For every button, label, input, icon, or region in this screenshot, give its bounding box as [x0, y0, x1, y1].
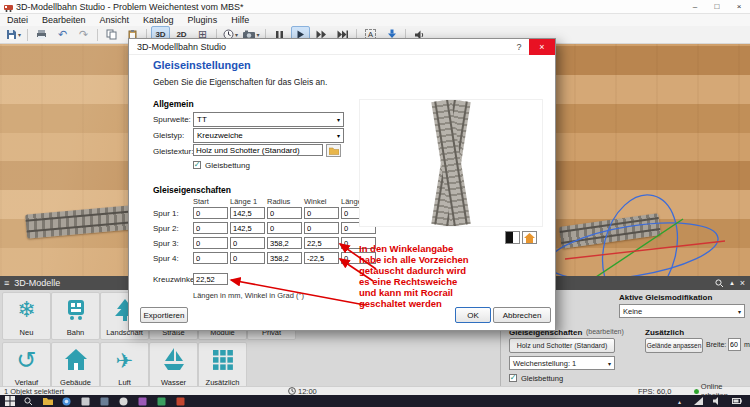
export-button[interactable]: Exportieren: [140, 307, 188, 323]
active-modification-select[interactable]: Keine ▾: [619, 304, 745, 318]
texture-swatch-button[interactable]: [505, 231, 520, 244]
spur4-radius[interactable]: [267, 252, 302, 264]
zusaetzlich-title: Zusätzlich: [645, 328, 684, 337]
weichenstellung-select[interactable]: Weichenstellung: 1 ▾: [509, 356, 615, 370]
breite-label: Breite:: [706, 341, 726, 348]
tray-expand-icon[interactable]: ▴: [672, 396, 687, 407]
menu-datei[interactable]: Datei: [0, 14, 35, 26]
spur4-winkel[interactable]: [304, 252, 339, 264]
taskbar-app-icon[interactable]: [78, 396, 93, 407]
kreuzwinkel-input[interactable]: [193, 273, 228, 285]
breite-input[interactable]: [728, 338, 741, 351]
tile-zusaetzlich[interactable]: Zusätzlich: [198, 342, 247, 390]
gleisbettung-label: Gleisbettung: [521, 374, 563, 383]
track-settings-dialog: 3D-Modellbahn Studio ? × Gleiseinstellun…: [128, 38, 556, 331]
gleistextur-label: Gleistextur:: [153, 147, 193, 156]
dialog-help-button[interactable]: ?: [509, 39, 529, 55]
undo-icon[interactable]: ↶: [53, 26, 72, 43]
snowflake-icon: ❄: [3, 294, 50, 326]
taskbar-app-icon[interactable]: [173, 396, 188, 407]
spur1-radius[interactable]: [267, 207, 302, 219]
tile-bahn[interactable]: Bahn: [51, 292, 100, 340]
bearbeiten-link[interactable]: (bearbeiten): [586, 328, 624, 335]
sim-clock-icon: [288, 387, 296, 395]
rotation-gizmo[interactable]: [545, 179, 750, 276]
battery-icon[interactable]: [729, 396, 744, 407]
menu-icon[interactable]: ≡: [4, 278, 9, 288]
spur3-winkel[interactable]: [304, 237, 339, 249]
menu-plugins[interactable]: Plugins: [181, 14, 225, 26]
boat-icon: [150, 344, 197, 376]
tile-verlauf[interactable]: ↺ Verlauf: [2, 342, 51, 390]
catalog-title: 3D-Modelle: [14, 278, 60, 288]
active-modification-title: Aktive Gleismodifikation: [619, 293, 712, 302]
gleisbettung-checkbox[interactable]: ✓: [509, 374, 517, 382]
copy-icon[interactable]: [102, 26, 121, 43]
windows-start-icon[interactable]: [2, 396, 17, 407]
spur1-laenge1[interactable]: [230, 207, 265, 219]
gleisbettung-checkbox[interactable]: ✓: [193, 161, 201, 169]
taskbar-app-icon[interactable]: [135, 396, 150, 407]
search-icon[interactable]: [21, 396, 36, 407]
spur1-winkel[interactable]: [304, 207, 339, 219]
dialog-close-button[interactable]: ×: [529, 39, 555, 55]
breite-unit: mm: [744, 341, 750, 348]
spur2-start[interactable]: [193, 222, 228, 234]
spur3-start[interactable]: [193, 237, 228, 249]
terrain-button[interactable]: Gelände anpassen: [645, 338, 703, 353]
reset-view-icon[interactable]: [522, 231, 537, 244]
tile-gebaeude[interactable]: Gebäude: [51, 342, 100, 390]
browse-folder-icon[interactable]: [326, 144, 341, 157]
kreuzwinkel-label: Kreuzwinkel:: [153, 275, 198, 284]
spur4-start[interactable]: [193, 252, 228, 264]
cancel-button[interactable]: Abbrechen: [493, 307, 551, 323]
spur3-laenge1[interactable]: [230, 237, 265, 249]
print-icon[interactable]: [32, 26, 51, 43]
taskbar-app-icon[interactable]: [97, 396, 112, 407]
close-button[interactable]: ×: [728, 0, 750, 14]
col-winkel: Winkel: [304, 197, 327, 206]
texture-button[interactable]: Holz und Schotter (Standard): [509, 338, 615, 353]
maximize-button[interactable]: □: [706, 0, 728, 14]
gleistyp-select[interactable]: Kreuzweiche ▾: [193, 128, 344, 143]
col-radius: Radius: [267, 197, 290, 206]
tile-wasser[interactable]: Wasser: [149, 342, 198, 390]
dialog-title: 3D-Modellbahn Studio: [137, 42, 226, 52]
track-preview: [359, 99, 543, 227]
redo-icon[interactable]: ↷: [74, 26, 93, 43]
taskbar-app-icon[interactable]: [116, 396, 131, 407]
gleistextur-input[interactable]: [193, 144, 323, 156]
volume-icon[interactable]: [710, 396, 725, 407]
track-piece-left[interactable]: [25, 205, 133, 238]
plane-icon: ✈: [101, 344, 148, 376]
chevron-down-icon: ▾: [608, 360, 611, 367]
tile-neu[interactable]: ❄ Neu: [2, 292, 51, 340]
menu-ansicht[interactable]: Ansicht: [93, 14, 137, 26]
search-icon[interactable]: [715, 279, 724, 288]
spur2-radius[interactable]: [267, 222, 302, 234]
dialog-titlebar: 3D-Modellbahn Studio ? ×: [129, 39, 555, 55]
minimize-button[interactable]: –: [684, 0, 706, 14]
train-icon: [52, 294, 99, 326]
spurweite-select[interactable]: TT ▾: [193, 112, 344, 127]
menu-hilfe[interactable]: Hilfe: [224, 14, 256, 26]
menu-katalog[interactable]: Katalog: [136, 14, 181, 26]
spur2-laenge1[interactable]: [230, 222, 265, 234]
spur1-start[interactable]: [193, 207, 228, 219]
ok-button[interactable]: OK: [455, 307, 491, 323]
spur4-laenge1[interactable]: [230, 252, 265, 264]
save-icon[interactable]: ▾: [4, 26, 23, 43]
spur2-winkel[interactable]: [304, 222, 339, 234]
spur3-radius[interactable]: [267, 237, 302, 249]
menu-bearbeiten[interactable]: Bearbeiten: [35, 14, 93, 26]
tile-luft[interactable]: ✈ Luft: [100, 342, 149, 390]
taskbar-app-icon[interactable]: [154, 396, 169, 407]
collapse-icon[interactable]: ▴: [730, 279, 734, 287]
col-laenge1: Länge 1: [230, 197, 257, 206]
network-icon[interactable]: [691, 396, 706, 407]
panel-close-icon[interactable]: ×: [740, 278, 745, 288]
taskbar-app-icon[interactable]: [59, 396, 74, 407]
chevron-down-icon: ▾: [337, 116, 340, 123]
section-allgemein: Allgemein: [153, 99, 194, 109]
taskbar-app-icon[interactable]: [40, 396, 55, 407]
